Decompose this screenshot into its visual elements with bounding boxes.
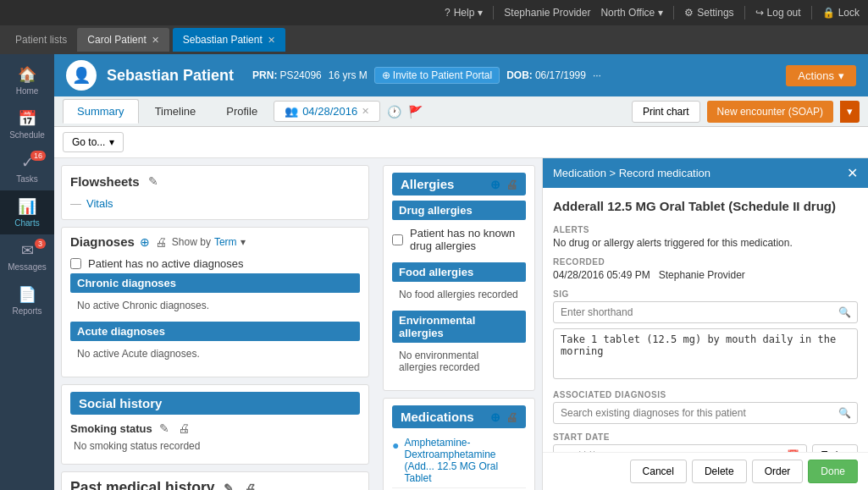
lock-button[interactable]: 🔒 Lock (822, 7, 860, 19)
start-date-label: START DATE (553, 432, 858, 442)
sidebar-item-messages[interactable]: ✉ 3 Messages (0, 234, 54, 278)
sidebar-item-reports[interactable]: 📄 Reports (0, 278, 54, 322)
edit-flowsheets-icon[interactable]: ✎ (147, 173, 160, 190)
delete-button[interactable]: Delete (692, 460, 747, 483)
tasks-badge: 16 (30, 151, 46, 161)
print-smoking-icon[interactable]: 🖨 (176, 420, 191, 437)
tab-encounter-date[interactable]: 👥 04/28/2016 ✕ (274, 101, 380, 122)
print-chart-button[interactable]: Print chart (632, 101, 700, 123)
no-drug-allergy-checkbox[interactable] (392, 234, 403, 245)
nav-tabs-bar: Summary Timeline Profile 👥 04/28/2016 ✕ … (54, 96, 868, 127)
social-history-section: Social history Smoking status ✎ 🖨 No smo… (61, 384, 369, 465)
diagnoses-section: Diagnoses ⊕ 🖨 Show by Term ▾ Patient has… (61, 227, 369, 377)
close-medication-record[interactable]: ✕ (847, 165, 858, 181)
edit-smoking-icon[interactable]: ✎ (158, 420, 171, 437)
sig-label: SIG (553, 289, 858, 299)
patient-name: Sebastian Patient (107, 67, 234, 85)
add-diagnosis-icon[interactable]: ⊕ (140, 235, 150, 249)
cancel-button[interactable]: Cancel (630, 460, 687, 483)
tab-timeline[interactable]: Timeline (141, 99, 211, 124)
start-date-row: mm/dd/yyyy 📅 Today (553, 444, 858, 453)
sig-search-wrap: 🔍 (553, 301, 858, 323)
help-menu[interactable]: ? Help ▾ (445, 7, 483, 19)
sig-input[interactable] (553, 301, 858, 323)
patient-tab-sebastian[interactable]: Sebastian Patient ✕ (173, 28, 285, 52)
calendar-icon: 📅 (18, 109, 36, 128)
minus-icon: — (70, 197, 81, 210)
social-history-header: Social history (70, 392, 360, 415)
no-diagnoses-row: Patient has no active diagnoses (70, 254, 360, 273)
vitals-item[interactable]: — Vitals (70, 195, 360, 212)
start-date-input[interactable]: mm/dd/yyyy 📅 (553, 444, 807, 453)
sig-textarea[interactable]: Take 1 tablet (12.5 mg) by mouth daily i… (553, 328, 858, 379)
patient-list-link[interactable]: Patient lists (8, 34, 74, 46)
term-chevron-icon[interactable]: ▾ (240, 236, 246, 248)
panels-container: Flowsheets ✎ — Vitals Diagnoses ⊕ 🖨 (54, 158, 868, 490)
flowsheets-section: Flowsheets ✎ — Vitals (61, 165, 369, 220)
tab-summary[interactable]: Summary (63, 99, 139, 124)
reports-icon: 📄 (18, 285, 36, 304)
order-button[interactable]: Order (752, 460, 804, 483)
print-diagnoses-icon[interactable]: 🖨 (155, 235, 167, 249)
divider (744, 6, 745, 19)
sidebar: 🏠 Home 📅 Schedule ✓ 16 Tasks 📊 Charts ✉ … (0, 54, 54, 490)
print-allergy-icon[interactable]: 🖨 (506, 178, 517, 191)
flag-icon[interactable]: 🚩 (408, 105, 423, 118)
left-panel: Flowsheets ✎ — Vitals Diagnoses ⊕ 🖨 (54, 158, 376, 490)
top-bar: ? Help ▾ Stephanie Provider North Office… (0, 0, 868, 25)
divider (493, 6, 494, 19)
sidebar-item-home[interactable]: 🏠 Home (0, 58, 54, 102)
vitals-label: Vitals (86, 197, 113, 210)
print-medication-icon[interactable]: 🖨 (506, 410, 517, 424)
logout-button[interactable]: ↪ Log out (755, 7, 801, 19)
env-allergies-section: Environmental allergies No environmental… (392, 311, 526, 377)
add-allergy-icon[interactable]: ⊕ (490, 178, 500, 191)
nav-tab-icons: 🕐 🚩 (387, 105, 423, 118)
associated-search-wrap: 🔍 (553, 402, 858, 424)
sidebar-label-schedule: Schedule (9, 130, 45, 140)
add-medication-icon[interactable]: ⊕ (490, 410, 500, 424)
new-encounter-button[interactable]: New encounter (SOAP) (707, 101, 833, 123)
new-encounter-dropdown[interactable]: ▾ (840, 101, 860, 123)
history-icon[interactable]: 🕐 (387, 105, 401, 118)
term-link[interactable]: Term (214, 236, 237, 248)
sidebar-item-schedule[interactable]: 📅 Schedule (0, 102, 54, 146)
diagnoses-title: Diagnoses (70, 234, 135, 249)
invite-portal-button[interactable]: ⊕ Invite to Patient Portal (374, 67, 500, 84)
close-encounter-tab[interactable]: ✕ (362, 106, 369, 117)
no-diagnoses-checkbox[interactable] (70, 258, 81, 269)
close-sebastian-tab[interactable]: ✕ (268, 35, 275, 46)
associated-search-icon: 🔍 (838, 407, 851, 419)
medications-section: Medications ⊕ 🖨 ● Amphetamine-Dextroamph… (383, 398, 535, 490)
right-panel: Medication > Record medication ✕ Adderal… (542, 158, 868, 490)
medication-item: ● Amphetamine-Dextroamphetamine (Add... … (392, 433, 526, 488)
gear-icon: ⚙ (684, 7, 694, 19)
flowsheets-title: Flowsheets (70, 174, 140, 189)
goto-bar: Go to... ▾ (54, 127, 868, 158)
office-menu[interactable]: North Office ▾ (600, 7, 663, 19)
drug-allergies-section: Drug allergies Patient has no known drug… (392, 201, 526, 256)
medication-link[interactable]: Amphetamine-Dextroamphetamine (Add... 12… (404, 437, 526, 484)
tab-profile[interactable]: Profile (212, 99, 272, 124)
associated-input[interactable] (553, 402, 858, 424)
actions-button[interactable]: Actions ▾ (786, 65, 856, 86)
allergies-section: Allergies ⊕ 🖨 Drug allergies Patient has… (383, 165, 535, 391)
chronic-diagnoses-title: Chronic diagnoses (70, 273, 360, 293)
more-options-icon[interactable]: ··· (593, 69, 601, 81)
close-carol-tab[interactable]: ✕ (152, 35, 159, 46)
sidebar-item-tasks[interactable]: ✓ 16 Tasks (0, 146, 54, 190)
patient-tab-carol[interactable]: Carol Patient ✕ (77, 28, 169, 52)
alerts-label: ALERTS (553, 225, 858, 234)
goto-chevron-icon: ▾ (109, 136, 114, 148)
today-button[interactable]: Today (812, 444, 858, 453)
done-button[interactable]: Done (808, 460, 858, 483)
goto-button[interactable]: Go to... ▾ (63, 132, 124, 152)
sidebar-label-reports: Reports (12, 306, 41, 316)
divider (673, 6, 674, 19)
record-medication-body: Adderall 12.5 MG Oral Tablet (Schedule I… (543, 188, 868, 452)
sidebar-item-charts[interactable]: 📊 Charts (0, 190, 54, 234)
past-medical-header: Past medical history ✎ 🖨 (70, 479, 360, 490)
edit-past-medical-icon[interactable]: ✎ (222, 480, 235, 491)
print-past-medical-icon[interactable]: 🖨 (242, 480, 257, 491)
settings-menu[interactable]: ⚙ Settings (684, 7, 733, 19)
